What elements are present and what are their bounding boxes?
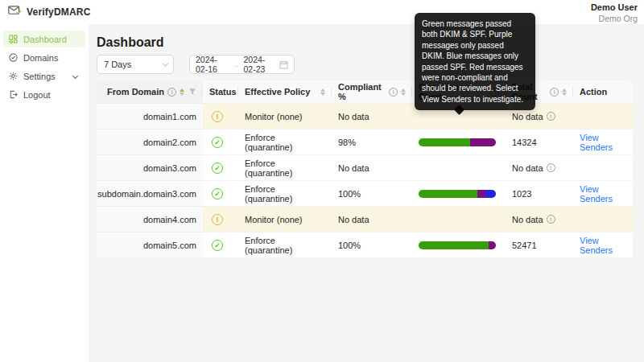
info-icon[interactable]: i (547, 163, 555, 172)
sidebar-item-domains[interactable]: Domains (3, 49, 85, 66)
user-box[interactable]: Demo User Demo Org (591, 2, 638, 23)
domains-icon (8, 53, 18, 63)
info-icon[interactable]: i (547, 112, 555, 121)
sort-asc-caret (320, 88, 325, 92)
sidebar-item-logout[interactable]: Logout (3, 86, 85, 103)
cell-effective-policy: Enforce (quarantine) (238, 130, 332, 154)
cell-compliance-chart (412, 155, 506, 180)
sort-asc-caret (180, 88, 184, 92)
total-count-value: No data (512, 112, 543, 121)
compliance-bar-segment-green (419, 241, 489, 249)
table-row: domain4.com!Monitor (none)No dataNo data… (97, 206, 633, 232)
cell-status: ! (203, 207, 238, 232)
status-ok-icon[interactable]: ✓ (212, 137, 223, 148)
column-label: Action (580, 87, 607, 97)
compliance-bar-segment-purple (477, 190, 485, 198)
compliance-bar[interactable] (419, 241, 496, 249)
cell-total-count: 52471 (506, 232, 573, 257)
cell-action: View Senders (573, 181, 633, 206)
sort-icon[interactable] (320, 88, 325, 96)
sort-icon[interactable] (562, 88, 567, 96)
envelope-check-icon (8, 5, 22, 19)
info-icon[interactable]: i (547, 215, 555, 224)
compliance-bar[interactable] (419, 138, 496, 146)
cell-total-count: No datai (506, 207, 573, 232)
app-window: VerifyDMARC Demo User Demo Org Dashboard… (0, 0, 644, 362)
compliant-value: 100% (338, 241, 361, 250)
brand-logo[interactable]: VerifyDMARC (8, 5, 91, 19)
compliance-bar-segment-purple (489, 241, 496, 249)
tooltip-text: Green messages passed both DKIM & SPF. P… (422, 19, 523, 104)
policy-value: Enforce (quarantine) (245, 184, 325, 204)
table-row: domain3.com✓Enforce (quarantine)No dataN… (97, 154, 633, 180)
dashboard-icon (8, 35, 18, 44)
policy-value: Enforce (quarantine) (245, 158, 325, 178)
cell-total-count: 1023 (506, 181, 573, 206)
brand-name: VerifyDMARC (27, 6, 91, 18)
sidebar-item-dashboard[interactable]: Dashboard (3, 31, 85, 47)
sort-desc-caret (180, 93, 184, 96)
date-end-value: 2024-02-23 (244, 55, 276, 74)
column-header-policy[interactable]: Effective Policy (238, 80, 332, 103)
column-label: Status (209, 87, 237, 97)
column-header-domain[interactable]: From Domaini (97, 80, 203, 103)
view-senders-link[interactable]: View Senders (580, 133, 626, 152)
filter-icon[interactable] (188, 88, 196, 96)
status-ok-icon[interactable]: ✓ (212, 188, 223, 200)
column-label: From Domaini (107, 87, 176, 97)
status-ok-icon[interactable]: ✓ (212, 162, 223, 174)
view-senders-link[interactable]: View Senders (580, 236, 626, 255)
compliance-chart-tooltip: Green messages passed both DKIM & SPF. P… (415, 13, 535, 110)
table-row: domain1.com!Monitor (none)No dataNo data… (97, 103, 633, 129)
cell-action: View Senders (573, 130, 633, 154)
table-row: subdomain.domain3.com✓Enforce (quarantin… (97, 180, 633, 206)
sidebar: DashboardDomainsSettingsLogout (0, 24, 89, 362)
total-count-value: No data (512, 163, 543, 173)
sidebar-item-settings[interactable]: Settings (3, 68, 85, 84)
column-label-text: Action (580, 87, 607, 97)
cell-status: ✓ (203, 232, 238, 257)
info-icon[interactable]: i (550, 88, 559, 97)
status-ok-icon[interactable]: ✓ (212, 240, 223, 251)
sidebar-item-label: Logout (23, 90, 51, 100)
total-count-value: 1023 (512, 189, 531, 199)
compliance-bar-segment-green (419, 138, 470, 146)
cell-status: ✓ (203, 130, 238, 154)
column-label: Compliant %i (338, 82, 398, 101)
cell-compliant-pct: 98% (332, 130, 412, 154)
cell-status: ✓ (203, 181, 238, 206)
cell-effective-policy: Enforce (quarantine) (238, 232, 332, 257)
column-header-status: Status (203, 80, 238, 103)
cell-from-domain: domain5.com (97, 232, 203, 257)
column-label-text: From Domain (107, 87, 164, 97)
column-header-compliant[interactable]: Compliant %i (332, 80, 412, 103)
cell-from-domain: domain4.com (97, 207, 203, 232)
cell-compliant-pct: 100% (332, 232, 412, 257)
table-body: domain1.com!Monitor (none)No dataNo data… (97, 103, 633, 257)
date-range-select[interactable]: 7 Days (97, 55, 174, 74)
policy-value: Monitor (none) (245, 215, 303, 224)
date-start-value: 2024-02-16 (196, 55, 228, 74)
sort-desc-caret (320, 93, 325, 96)
domain-name: domain4.com (143, 215, 196, 224)
date-range-picker[interactable]: 2024-02-16 → 2024-02-23 (189, 55, 295, 74)
compliance-bar[interactable] (419, 190, 496, 198)
main-content: Dashboard 7 Days 2024-02-16 → 2024-02-23… (89, 24, 644, 362)
sidebar-item-label: Dashboard (23, 35, 67, 44)
cell-effective-policy: Monitor (none) (238, 207, 332, 232)
status-warning-icon[interactable]: ! (212, 214, 223, 225)
info-icon[interactable]: i (389, 88, 398, 97)
sort-icon[interactable] (401, 88, 406, 96)
cell-total-count: 14324 (506, 130, 573, 154)
view-senders-link[interactable]: View Senders (580, 184, 626, 204)
info-icon[interactable]: i (167, 88, 176, 97)
sort-desc-caret (562, 93, 567, 96)
compliant-value: 98% (338, 138, 356, 147)
cell-compliant-pct: 100% (332, 181, 412, 206)
cell-action (573, 207, 633, 232)
status-warning-icon[interactable]: ! (212, 111, 223, 122)
column-label: Effective Policy (245, 87, 310, 97)
column-header-action: Action (573, 80, 633, 103)
sort-icon[interactable] (180, 88, 184, 96)
domain-name: domain2.com (143, 138, 196, 147)
